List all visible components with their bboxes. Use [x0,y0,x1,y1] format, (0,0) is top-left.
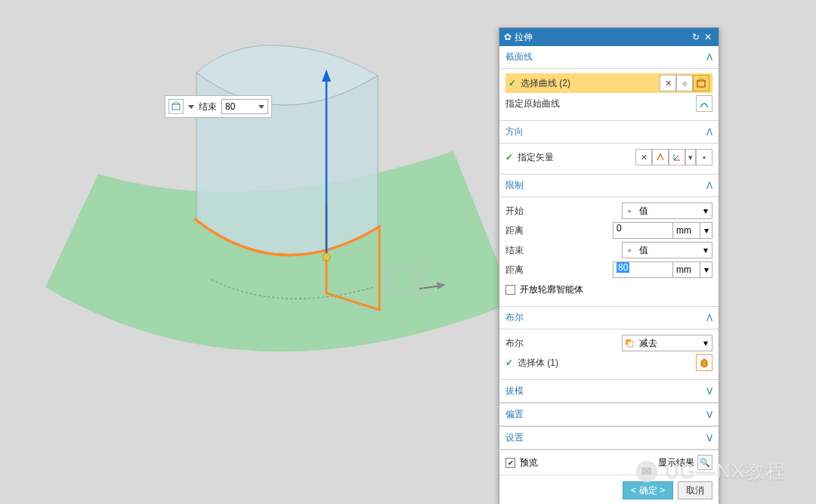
section-header-settings[interactable]: 设置 ᐯ [499,426,719,450]
dimension-label: 结束 [197,100,218,113]
start-type-row: 开始 ▫ 值 ▾ [505,202,712,220]
body-icon[interactable] [696,354,712,371]
subtract-icon [623,339,636,348]
svg-point-2 [323,253,330,261]
distance-label: 距离 [505,224,613,237]
select-body-label: 选择体 (1) [518,357,696,369]
specify-orig-label: 指定原始曲线 [505,97,696,110]
section-body-curve: ✓ 选择曲线 (2) ✕ ⟡ 指定原始曲线 [499,69,719,120]
chevron-up-icon: ᐱ [706,52,712,63]
boolean-type-row: 布尔 减去 ▾ [505,334,712,352]
svg-rect-8 [697,81,705,87]
chevron-down-icon: ▾ [700,206,712,216]
svg-rect-15 [628,342,633,347]
section-body-direction: ✓ 指定矢量 ✕ ▾ • [499,144,719,174]
section-title: 限制 [505,179,706,192]
section-title: 布尔 [505,311,706,324]
close-icon[interactable]: ✕ [702,32,714,42]
vector-reverse-icon[interactable] [652,149,669,165]
start-type-combo[interactable]: ▫ 值 ▾ [622,203,712,219]
chevron-down-icon: ᐯ [706,433,712,444]
start-distance-input[interactable]: 0 [613,222,673,239]
end-distance-row: 距离 80 mm ▾ [505,261,712,279]
boolean-label: 布尔 [505,337,622,350]
dialog-titlebar[interactable]: ✿ 拉伸 ↻ ✕ [499,28,719,46]
start-label: 开始 [505,205,622,218]
chevron-down-icon: ᐯ [706,410,712,420]
start-distance-row: 距离 0 mm ▾ [505,221,712,240]
dimension-type-dropdown-arrow[interactable] [188,105,194,109]
open-profile-label: 开放轮廓智能体 [520,283,583,296]
section-title: 方向 [505,125,706,138]
start-unit: mm [673,222,700,239]
select-body-row[interactable]: ✓ 选择体 (1) [505,354,712,372]
svg-rect-7 [172,104,180,110]
reset-icon[interactable]: ↻ [690,32,702,42]
check-icon: ✓ [508,78,516,88]
select-curve-row[interactable]: ✓ 选择曲线 (2) ✕ ⟡ [505,73,712,93]
select-curve-label: 选择曲线 (2) [521,77,660,90]
sketch-section-icon[interactable] [693,75,709,91]
preview-checkbox[interactable] [505,458,515,468]
chevron-up-icon: ᐱ [706,127,712,138]
end-unit-dropdown[interactable]: ▾ [700,261,712,278]
section-header-curve[interactable]: 截面线 ᐱ [499,46,719,69]
section-title: 拔模 [505,385,706,397]
end-distance-input[interactable]: 80 [613,261,673,278]
extrude-dialog: ✿ 拉伸 ↻ ✕ 截面线 ᐱ ✓ 选择曲线 (2) ✕ ⟡ 指定原始曲线 方向 … [499,27,719,504]
section-header-direction[interactable]: 方向 ᐱ [499,120,719,144]
preview-label: 预览 [520,456,538,469]
value-type-icon: ▫ [623,206,636,215]
svg-line-13 [674,156,678,160]
vector-x-icon[interactable]: ✕ [635,149,652,165]
section-title: 设置 [505,431,706,444]
section-body-boolean: 布尔 减去 ▾ ✓ 选择体 (1) [499,329,719,379]
gear-icon: ✿ [504,32,512,42]
curve-tool-icon[interactable]: ⟡ [676,75,693,91]
dimension-type-icon[interactable] [168,99,184,114]
specify-vector-row[interactable]: ✓ 指定矢量 ✕ ▾ • [505,148,712,166]
distance-label: 距离 [505,264,613,277]
svg-marker-16 [701,359,707,367]
check-icon: ✓ [505,357,513,368]
end-type-row: 结束 ▫ 值 ▾ [505,241,712,259]
watermark: ✉ UG—NX教程 [636,458,786,484]
section-header-boolean[interactable]: 布尔 ᐱ [499,306,719,329]
section-header-draft[interactable]: 拔模 ᐯ [499,379,719,403]
section-body-limits: 开始 ▫ 值 ▾ 距离 0 mm ▾ 结束 ▫ 值 ▾ 距离 80 mm ▾ [499,197,719,306]
original-curve-icon[interactable] [696,95,712,112]
open-profile-row[interactable]: 开放轮廓智能体 [505,280,712,298]
wechat-icon: ✉ [636,461,657,482]
vector-axis-icon[interactable] [669,149,685,165]
check-icon: ✓ [505,152,513,162]
chevron-down-icon: ▾ [700,338,712,348]
chevron-down-icon: ᐯ [706,386,712,397]
dimension-value-input[interactable]: 80 [221,99,268,114]
start-unit-dropdown[interactable]: ▾ [700,222,712,239]
section-title: 截面线 [505,51,706,63]
dimension-value-dropdown-arrow[interactable] [258,105,264,109]
value-type-icon: ▫ [623,246,636,255]
boolean-combo[interactable]: 减去 ▾ [622,335,712,351]
dimension-value: 80 [225,101,235,112]
specify-vector-label: 指定矢量 [518,151,635,164]
vector-dropdown-arrow[interactable]: ▾ [685,149,696,165]
dialog-title: 拉伸 [515,31,533,44]
intersection-icon[interactable]: ✕ [660,75,676,91]
section-title: 偏置 [505,408,706,421]
end-unit: mm [673,261,700,278]
watermark-text: UG—NX教程 [665,458,786,484]
chevron-down-icon: ▾ [700,245,712,255]
end-label: 结束 [505,244,622,257]
end-type-combo[interactable]: ▫ 值 ▾ [622,242,712,258]
section-header-offset[interactable]: 偏置 ᐯ [499,403,719,426]
chevron-up-icon: ᐱ [706,313,712,323]
chevron-up-icon: ᐱ [706,181,712,191]
specify-original-curve-row[interactable]: 指定原始曲线 [505,94,712,113]
open-profile-checkbox[interactable] [505,285,515,295]
vector-point-icon[interactable]: • [696,149,712,165]
section-header-limits[interactable]: 限制 ᐱ [499,174,719,197]
dimension-editor[interactable]: 结束 80 [165,95,272,118]
